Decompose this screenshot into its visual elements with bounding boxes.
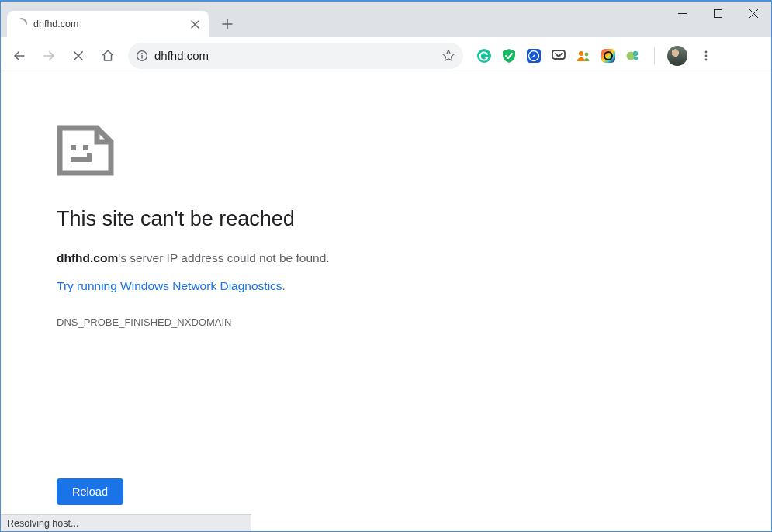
svg-point-15 [705,50,708,53]
svg-point-9 [585,52,589,56]
browser-window: dhfhd.com [0,0,772,532]
svg-point-17 [705,58,708,60]
error-heading: This site can't be reached [57,207,771,231]
svg-point-16 [705,54,708,57]
stop-reload-button[interactable] [66,43,91,68]
home-button[interactable] [95,43,120,68]
toolbar [1,37,771,74]
tab-close-button[interactable] [189,18,201,30]
svg-rect-2 [141,54,142,58]
pocket-icon[interactable] [550,47,567,64]
tab-active[interactable]: dhfhd.com [7,11,209,37]
diagnostics-period: . [282,279,286,292]
svg-rect-18 [71,145,76,150]
title-bar: dhfhd.com [1,2,771,37]
profile-avatar[interactable] [667,46,687,66]
window-controls [664,2,771,25]
svg-rect-7 [552,50,565,59]
svg-rect-21 [87,153,92,157]
people-icon[interactable] [575,47,592,64]
new-tab-button[interactable] [216,13,238,35]
svg-point-8 [579,51,583,56]
window-minimize-button[interactable] [664,2,700,25]
url-input[interactable] [154,49,435,62]
safari-like-icon[interactable] [525,47,542,64]
sad-page-icon [57,125,114,176]
error-domain: dhfhd.com [57,251,118,264]
forward-button[interactable] [36,43,61,68]
address-bar[interactable] [128,43,463,69]
svg-rect-3 [141,53,142,54]
page-content: This site can't be reached dhfhd.com's s… [1,74,771,531]
window-maximize-button[interactable] [700,2,736,25]
grammarly-icon[interactable] [476,47,493,64]
site-info-icon[interactable] [136,50,148,62]
window-close-button[interactable] [736,2,771,25]
svg-rect-0 [714,9,722,17]
rainbow-circle-icon[interactable] [600,47,617,64]
puzzle-icon[interactable] [625,47,642,64]
loading-spinner-icon [15,18,27,30]
svg-rect-10 [601,49,615,63]
tab-strip: dhfhd.com [1,2,664,37]
reload-button[interactable]: Reload [57,478,123,505]
status-bar: Resolving host... [1,514,251,531]
svg-rect-19 [83,145,88,150]
error-message-suffix: 's server IP address could not be found. [118,251,329,264]
back-button[interactable] [7,43,32,68]
extension-row [476,45,717,67]
bookmark-star-icon[interactable] [441,49,455,63]
shield-icon[interactable] [500,47,518,64]
diagnostics-link[interactable]: Try running Windows Network Diagnostics [57,279,282,293]
svg-point-14 [634,56,638,60]
svg-rect-20 [71,157,92,162]
svg-point-13 [633,50,638,55]
tab-title: dhfhd.com [33,19,182,29]
menu-button[interactable] [695,45,717,67]
error-code: DNS_PROBE_FINISHED_NXDOMAIN [57,316,771,328]
divider [654,47,655,64]
error-message: dhfhd.com's server IP address could not … [57,251,771,265]
diagnostics-line: Try running Windows Network Diagnostics. [57,279,771,316]
